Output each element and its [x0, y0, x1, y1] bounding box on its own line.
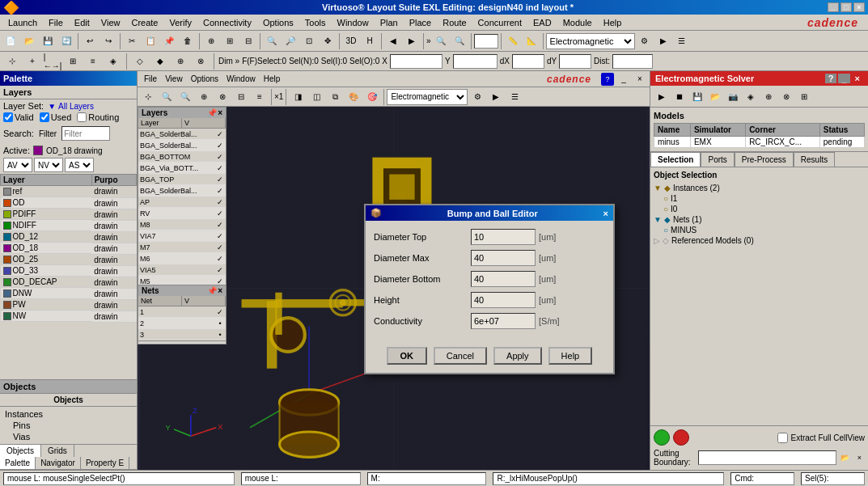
em-tb-b4[interactable]: ⊞ [796, 88, 812, 104]
canvas-menu-window[interactable]: Window [223, 74, 259, 84]
tb-open-btn[interactable]: 📂 [20, 32, 38, 50]
em-help-btn[interactable]: ? [825, 74, 837, 83]
minimize-btn[interactable]: _ [828, 2, 839, 12]
tb2-snap2[interactable]: ◆ [151, 53, 169, 70]
c2-btn2[interactable]: 🔍 [158, 88, 176, 106]
routing-checkbox[interactable] [77, 112, 87, 122]
menu-route[interactable]: Route [438, 16, 471, 29]
tb-prop-btn[interactable]: ⊟ [239, 32, 257, 50]
layer-row[interactable]: DNW drawin [1, 288, 137, 299]
c2-btn7[interactable]: ≡ [251, 88, 269, 106]
em-tb-b1[interactable]: ◈ [743, 88, 759, 104]
vias-item[interactable]: Vias [3, 431, 133, 442]
menu-launch[interactable]: Launch [3, 16, 42, 29]
viewport[interactable]: X Y Z Layers 📌 × Layer [138, 107, 650, 470]
c2-btn3[interactable]: 🔍 [176, 88, 194, 106]
tb-btn3[interactable]: 🔄 [57, 32, 75, 50]
layer-row[interactable]: OD_18 drawin [1, 243, 137, 254]
layer-row[interactable]: OD drawin [1, 197, 137, 209]
filter-input[interactable] [61, 126, 110, 141]
tb2-btn6[interactable]: ◈ [104, 53, 122, 70]
canvas-menu-options[interactable]: Options [188, 74, 222, 84]
cutting-clear-btn[interactable]: × [854, 450, 865, 465]
dx-input[interactable] [512, 54, 544, 69]
tb2-ruler[interactable]: |←→| [44, 53, 61, 70]
canvas-em-dropdown[interactable]: Electromagnetic [387, 89, 468, 105]
used-checkbox-label[interactable]: Used [40, 112, 72, 122]
tb2-btn1[interactable]: ⊹ [3, 53, 21, 70]
tb-arrow-left[interactable]: ◀ [384, 32, 402, 50]
em-go-btn[interactable] [654, 429, 670, 446]
layer-row[interactable]: ref drawin [1, 186, 137, 198]
routing-checkbox-label[interactable]: Routing [77, 112, 119, 122]
tb-copy-btn[interactable]: 📋 [142, 32, 159, 50]
subtab-palette[interactable]: Palette [0, 457, 36, 469]
c2-btn9[interactable]: ◫ [307, 88, 325, 106]
canvas-min-btn[interactable]: _ [617, 73, 630, 86]
layer-row[interactable]: OD_DECAP drawin [1, 277, 137, 288]
field-input-2[interactable]: 40 [471, 271, 536, 287]
em-tab-results[interactable]: Results [794, 152, 835, 167]
extract-cb-label[interactable]: Extract Full CellView [777, 433, 865, 443]
c2-more[interactable]: ☰ [506, 88, 523, 106]
tb2-btn2[interactable]: + [23, 53, 41, 70]
tb2-btn4[interactable]: ⊞ [64, 53, 82, 70]
layer-row[interactable]: PW drawin [1, 299, 137, 311]
layer-row[interactable]: OD_12 drawin [1, 231, 137, 243]
c2-btn6[interactable]: ⊟ [232, 88, 250, 106]
em-close-btn[interactable]: × [852, 74, 863, 83]
layer-row[interactable]: OD_33 drawin [1, 265, 137, 277]
c2-btn11[interactable]: 🎨 [345, 88, 362, 106]
tb-stretch-btn[interactable]: ⊕ [202, 32, 220, 50]
tb2-snap4[interactable]: ⊗ [192, 53, 210, 70]
canvas-menu-view[interactable]: View [162, 74, 186, 84]
canvas-help-btn[interactable]: ? [601, 73, 614, 86]
tb-zoom-area-btn[interactable]: 🔍 [451, 32, 468, 50]
em-min-btn[interactable]: _ [838, 74, 849, 83]
subtab-property[interactable]: Property E [81, 457, 129, 469]
em-tab-selection[interactable]: Selection [650, 152, 701, 167]
field-input-0[interactable]: 10 [471, 229, 536, 245]
em-tb-save[interactable]: 💾 [689, 88, 705, 104]
c2-run[interactable]: ▶ [487, 88, 505, 106]
subtab-navigator[interactable]: Navigator [36, 457, 81, 469]
tab-grids[interactable]: Grids [41, 445, 74, 457]
cancel-button[interactable]: Cancel [434, 347, 487, 365]
menu-module[interactable]: Module [558, 16, 597, 29]
toolbar-more[interactable]: » [426, 36, 431, 45]
em-tab-ports[interactable]: Ports [701, 152, 734, 167]
c2-btn5[interactable]: ⊗ [214, 88, 231, 106]
tb-zoom-in-btn[interactable]: 🔍 [263, 32, 281, 50]
em-tab-preprocess[interactable]: Pre-Process [735, 152, 794, 167]
as-select[interactable]: AS [65, 158, 94, 172]
tb-new-btn[interactable]: 📄 [2, 32, 19, 50]
menu-verify[interactable]: Verify [164, 16, 197, 29]
menu-file[interactable]: File [44, 16, 68, 29]
pins-item[interactable]: Pins [3, 420, 133, 431]
tb-zoom-out-btn[interactable]: 🔎 [282, 32, 299, 50]
menu-window[interactable]: Window [332, 16, 374, 29]
tb2-snap3[interactable]: ⊕ [171, 53, 189, 70]
tb-em-more[interactable]: ☰ [673, 32, 691, 50]
cutting-input[interactable] [698, 450, 836, 465]
menu-plan[interactable]: Plan [375, 16, 403, 29]
layer-row[interactable]: OD_25 drawin [1, 254, 137, 265]
field-input-4[interactable]: 6e+07 [471, 313, 536, 329]
valid-checkbox-label[interactable]: Valid [3, 112, 34, 122]
em-stop-btn[interactable] [673, 429, 689, 446]
menu-tools[interactable]: Tools [300, 16, 331, 29]
tb2-btn5[interactable]: ≡ [84, 53, 102, 70]
tb-em-settings[interactable]: ⚙ [636, 32, 654, 50]
tb-paste-btn[interactable]: 📌 [160, 32, 178, 50]
tb-3d-btn[interactable]: 3D [342, 32, 360, 50]
tb-save-btn[interactable]: 💾 [39, 32, 57, 50]
tb-redo-btn[interactable]: ↪ [100, 32, 117, 50]
em-tb-cam[interactable]: 📷 [725, 88, 741, 104]
instances-item[interactable]: Instances [3, 408, 133, 420]
zoom-input[interactable]: 31 [474, 34, 498, 49]
em-tb-b2[interactable]: ⊕ [760, 88, 777, 104]
field-input-3[interactable]: 40 [471, 292, 536, 308]
tb-pan-btn[interactable]: ✥ [319, 32, 337, 50]
menu-edit[interactable]: Edit [70, 16, 95, 29]
c2-setup[interactable]: ⚙ [468, 88, 486, 106]
